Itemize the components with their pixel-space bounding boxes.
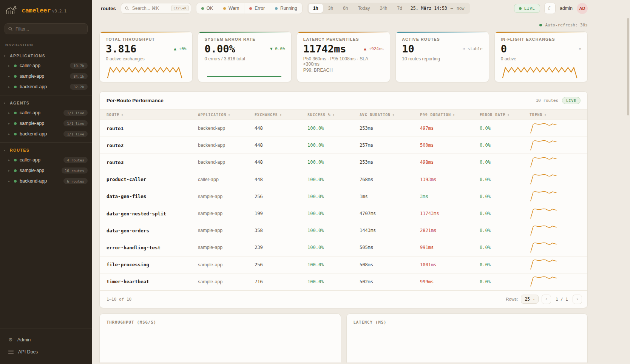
sidebar-item-api-docs[interactable]: API Docs xyxy=(0,346,92,358)
trend-sparkline xyxy=(523,241,587,255)
item-label: sample-app xyxy=(20,168,44,173)
sidebar-item-admin[interactable]: ⚙ Admin xyxy=(0,333,92,346)
scrollbar[interactable] xyxy=(627,18,629,364)
sidebar-item-agent-backend-app[interactable]: ▸ backend-app 1/1 live xyxy=(0,129,92,139)
cell-app: backend-app xyxy=(191,126,248,131)
table-row[interactable]: timer-heartbeatsample-app716100.0%502ms9… xyxy=(100,273,587,290)
scrollbar-thumb[interactable] xyxy=(627,18,629,115)
charts-row: THROUGHPUT (MSG/S) LATENCY (MS) xyxy=(99,313,588,362)
rows-per-page-select[interactable]: 25▾ xyxy=(521,295,539,304)
table-row[interactable]: product-callercaller-app448100.0%768ms13… xyxy=(100,171,587,188)
app-logo[interactable]: cameleerv3.2.1 xyxy=(0,0,92,20)
cell-route: timer-heartbeat xyxy=(100,279,191,284)
table-row[interactable]: route2backend-app448100.0%257ms500ms0.0% xyxy=(100,137,587,154)
group-title: AGENTS xyxy=(10,101,29,105)
cell-avg: 1443ms xyxy=(353,228,413,233)
sidebar-item-routes-sample-app[interactable]: ▸ sample-app 16 routes xyxy=(0,165,92,176)
cell-app: sample-app xyxy=(191,262,248,267)
sidebar-filter-input[interactable] xyxy=(5,23,88,34)
trend-sparkline xyxy=(523,138,587,152)
time-range-24h[interactable]: 24h xyxy=(375,4,392,13)
group-title: APPLICATIONS xyxy=(10,54,45,58)
column-header-success[interactable]: SUCCESS %↕ xyxy=(301,113,353,117)
column-header-avg-duration[interactable]: AVG DURATION↕ xyxy=(353,113,413,117)
app-name: cameleer xyxy=(22,7,51,14)
avatar[interactable]: AD xyxy=(577,3,588,14)
cell-success: 100.0% xyxy=(301,177,353,182)
kpi-latency-percentiles: LATENCY PERCENTILES 11742ms ▲ +924ms P50… xyxy=(297,31,390,82)
cell-avg: 253ms xyxy=(353,160,413,165)
topbar: routes Ctrl+K OK Warn Error Running 1h 3… xyxy=(92,0,630,17)
time-range-7d[interactable]: 7d xyxy=(392,4,406,13)
kpi-active-routes: ACTIVE ROUTES 10 ↔ stable 10 routes repo… xyxy=(395,31,489,82)
item-label: caller-app xyxy=(20,63,40,68)
group-header-agents[interactable]: ▾ AGENTS xyxy=(0,98,92,108)
cell-success: 100.0% xyxy=(301,126,353,131)
sidebar-item-caller-app[interactable]: ▸ caller-app 10.7k xyxy=(0,60,92,71)
date-range-display[interactable]: 25. März 14:53 – now xyxy=(408,6,469,11)
footer-label: Admin xyxy=(17,337,31,342)
table-row[interactable]: data-gen-filessample-app256100.0%1ms3ms0… xyxy=(100,188,587,205)
cell-success: 100.0% xyxy=(301,211,353,216)
sidebar-item-sample-app[interactable]: ▸ sample-app 84.1k xyxy=(0,71,92,81)
chevron-right-icon: ▸ xyxy=(8,85,11,89)
table-row[interactable]: error-handling-testsample-app239100.0%50… xyxy=(100,239,587,256)
theme-toggle-button[interactable]: ☾ xyxy=(544,3,556,14)
column-header-route[interactable]: ROUTE↕ xyxy=(100,113,191,117)
column-header-error-rate[interactable]: ERROR RATE↕ xyxy=(473,113,523,117)
time-range-today[interactable]: Today xyxy=(353,4,374,13)
table-row[interactable]: data-gen-nested-splitsample-app199100.0%… xyxy=(100,205,587,222)
error-dot-icon xyxy=(249,7,252,10)
column-header-exchanges[interactable]: EXCHANGES↕ xyxy=(248,113,301,117)
sidebar-item-backend-app[interactable]: ▸ backend-app 32.2k xyxy=(0,81,92,92)
column-header-trend[interactable]: TREND↕ xyxy=(523,113,587,117)
time-range-3h[interactable]: 3h xyxy=(324,4,338,13)
sidebar-item-agent-sample-app[interactable]: ▸ sample-app 1/1 live xyxy=(0,118,92,129)
kpi-title: LATENCY PERCENTILES xyxy=(303,37,384,41)
chevron-down-icon: ▾ xyxy=(533,298,535,301)
filter-chip-error[interactable]: Error xyxy=(244,3,270,14)
sidebar-item-agent-caller-app[interactable]: ▸ caller-app 1/1 live xyxy=(0,108,92,118)
table-row[interactable]: data-gen-orderssample-app358100.0%1443ms… xyxy=(100,222,587,239)
kpi-title: ACTIVE ROUTES xyxy=(402,37,482,41)
cell-avg: 253ms xyxy=(353,126,413,131)
sort-icon: ↕ xyxy=(332,113,335,117)
chevron-right-icon: ▸ xyxy=(8,169,11,172)
sidebar-item-routes-caller-app[interactable]: ▸ caller-app 4 routes xyxy=(0,155,92,165)
filter-chip-running[interactable]: Running xyxy=(270,3,302,14)
kpi-subtitle-2: P99: BREACH xyxy=(303,68,384,73)
table-row[interactable]: route1backend-app448100.0%253ms497ms0.0% xyxy=(100,120,587,137)
throughput-chart-card: THROUGHPUT (MSG/S) xyxy=(99,313,341,362)
time-range-6h[interactable]: 6h xyxy=(338,4,352,13)
filter-chip-ok[interactable]: OK xyxy=(196,3,218,14)
next-page-button[interactable]: › xyxy=(573,295,582,304)
filter-chip-warn[interactable]: Warn xyxy=(218,3,244,14)
time-range-1h[interactable]: 1h xyxy=(309,4,323,13)
cell-route: route2 xyxy=(100,143,191,148)
group-header-applications[interactable]: ▾ APPLICATIONS xyxy=(0,51,92,60)
cell-exchanges: 448 xyxy=(248,126,301,131)
sidebar-item-routes-backend-app[interactable]: ▸ backend-app 6 routes xyxy=(0,176,92,186)
cell-p99: 991ms xyxy=(413,245,473,250)
status-filter-group: OK Warn Error Running xyxy=(196,3,303,14)
cell-exchanges: 256 xyxy=(248,262,301,267)
column-header-application[interactable]: APPLICATION↕ xyxy=(191,113,248,117)
refresh-dot-icon xyxy=(539,24,542,26)
table-row[interactable]: file-processingsample-app256100.0%508ms1… xyxy=(100,256,587,273)
item-badge: 1/1 live xyxy=(63,120,88,126)
sidebar-footer: ⚙ Admin API Docs xyxy=(0,329,92,364)
live-badge[interactable]: LIVE xyxy=(514,4,540,13)
camel-logo-icon xyxy=(5,5,18,15)
chevron-right-icon: ▸ xyxy=(8,64,11,68)
group-header-routes[interactable]: ▾ ROUTES xyxy=(0,145,92,155)
sort-icon: ↕ xyxy=(392,113,395,117)
cell-success: 100.0% xyxy=(301,228,353,233)
kpi-value: 3.816 xyxy=(106,43,136,55)
pagination-range: 1–10 of 10 xyxy=(107,297,131,302)
status-dot xyxy=(14,169,17,172)
column-header-p99-duration[interactable]: P99 DURATION↕ xyxy=(413,113,473,117)
kpi-title: SYSTEM ERROR RATE xyxy=(204,37,285,41)
table-row[interactable]: route3backend-app448100.0%253ms498ms0.0% xyxy=(100,154,587,171)
prev-page-button[interactable]: ‹ xyxy=(542,295,551,304)
table-body: route1backend-app448100.0%253ms497ms0.0%… xyxy=(100,120,587,290)
